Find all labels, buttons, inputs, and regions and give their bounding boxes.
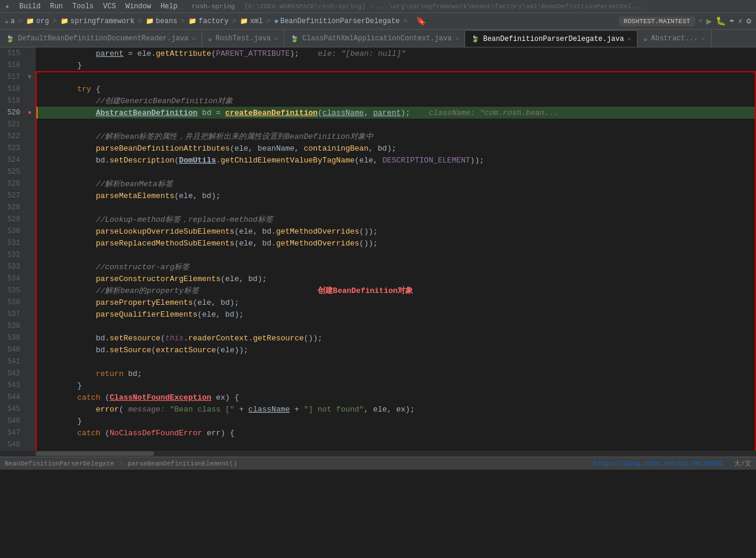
tab-classpathxml[interactable]: 🍃 ClassPathXmlApplicationContext.java ✕ — [284, 30, 465, 47]
menu-tools[interactable]: Tools — [72, 2, 94, 11]
code-line-546[interactable]: } — [36, 415, 756, 427]
menu-run[interactable]: Run — [50, 2, 63, 11]
breadcrumb-java[interactable]: ☕ a — [5, 17, 15, 25]
code-line-548[interactable] — [36, 439, 756, 451]
profiler-button[interactable]: ⚡ — [738, 16, 742, 26]
code-param-containingBean: containingBean — [304, 144, 369, 153]
code-line-541[interactable] — [36, 356, 756, 368]
code-line-543[interactable]: } — [36, 380, 756, 391]
code-line-536[interactable]: parsePropertyElements (ele, bd); — [36, 296, 756, 308]
code-line-544[interactable]: catch ( ClassNotFoundException ex) { — [36, 391, 756, 403]
gutter-row-523: 523 — [0, 142, 35, 154]
coverage-button[interactable]: ☂ — [729, 16, 734, 26]
code-line-530[interactable]: parseLookupOverrideSubElements (ele, bd.… — [36, 225, 756, 237]
breadcrumb-factory[interactable]: 📁 factory — [188, 17, 228, 25]
tab-roshtest[interactable]: ☕ RoshTest.java ✕ — [202, 30, 284, 47]
status-url[interactable]: https://blog.csdn.net/qq_34125999 — [594, 460, 723, 467]
line-num-544: 544 — [0, 393, 25, 401]
annotation-label: 创建BeanDefinition对象 — [318, 285, 413, 296]
class-icon: ◆ — [274, 17, 278, 25]
code-line-542[interactable]: return bd; — [36, 368, 756, 380]
code-line-540[interactable]: bd . setSource ( extractSource (ele)); — [36, 344, 756, 356]
line-num-541: 541 — [0, 358, 25, 366]
code-line-547[interactable]: catch ( NoClassDefFoundError err) { — [36, 427, 756, 439]
settings-button[interactable]: ⚙ — [747, 16, 751, 26]
code-line-538[interactable] — [36, 320, 756, 332]
menu-window[interactable]: Window — [126, 2, 151, 11]
code-line-515[interactable]: parent = ele. getAttribute ( PARENT_ATTR… — [36, 47, 756, 59]
gutter-row-547: 547 — [0, 427, 35, 439]
code-line-520[interactable]: AbstractBeanDefinition bd = createBeanDe… — [36, 107, 756, 119]
code-line-523[interactable]: parseBeanDefinitionAttributes (ele, bean… — [36, 142, 756, 154]
code-kw-catch2: catch — [77, 429, 100, 438]
gutter-fold-517[interactable]: ▼ — [25, 74, 34, 81]
gutter-row-538: 538 — [0, 320, 35, 332]
tab-defaultbeandefinition[interactable]: 🍃 DefaultBeanDefinitionDocumentReader.ja… — [0, 30, 202, 47]
code-line-535[interactable]: //解析bean的property标签 创建BeanDefinition对象 — [36, 285, 756, 296]
tab-close-1[interactable]: ✕ — [192, 35, 196, 42]
code-area[interactable]: parent = ele. getAttribute ( PARENT_ATTR… — [36, 47, 756, 451]
menu-help[interactable]: Help — [161, 2, 178, 11]
gutter-row-527: 527 — [0, 190, 35, 202]
gutter-row-526: 526 — [0, 178, 35, 190]
tab-icon-3: 🍃 — [290, 35, 299, 43]
code-kw-return: return — [96, 369, 124, 378]
code-line-516[interactable]: } — [36, 59, 756, 71]
code-line-529[interactable]: //Lookup-method标签，replaced-method标签 — [36, 213, 756, 225]
code-line-521[interactable] — [36, 119, 756, 130]
horizontal-scrollbar[interactable] — [0, 451, 756, 457]
code-line-545[interactable]: error ( message: "Bean class [" + classN… — [36, 403, 756, 415]
breadcrumb-springframework[interactable]: 📁 springframework — [60, 17, 134, 25]
breadcrumb-class[interactable]: ◆ BeanDefinitionParserDelegate — [274, 17, 400, 25]
run-config-dropdown[interactable]: ROSHTEST.MAINTEST — [619, 17, 695, 26]
debug-button[interactable]: 🐛 — [716, 16, 726, 26]
code-line-533[interactable]: //constructor-arg标签 — [36, 261, 756, 273]
code-indent-519 — [40, 97, 96, 106]
code-line-534[interactable]: parseConstructorArgElements (ele, bd); — [36, 273, 756, 285]
gutter-row-518: 518 — [0, 83, 35, 95]
code-line-531[interactable]: parseReplacedMethodSubElements (ele, bd.… — [36, 237, 756, 249]
code-indent-520 — [40, 109, 96, 117]
scrollbar-thumb[interactable] — [36, 451, 154, 456]
code-line-527[interactable]: parseMetaElements (ele, bd); — [36, 190, 756, 202]
status-left: BeanDefinitionParserDelegate > parseBean… — [5, 460, 587, 467]
code-line-522[interactable]: //解析bean标签的属性，并且把解析出来的属性设置到BeanDefinitio… — [36, 130, 756, 142]
menu-bar: ✦ Build Run Tools VCS Window Help rosh-s… — [0, 0, 756, 13]
tab-abstract[interactable]: ☕ Abstract... ✕ — [638, 30, 712, 47]
tab-close-4[interactable]: ✕ — [627, 36, 631, 43]
code-line-519[interactable]: //创建GenericBeanDefinition对象 — [36, 95, 756, 107]
menu-vcs[interactable]: VCS — [103, 2, 116, 11]
gutter-row-534: 534 — [0, 273, 35, 285]
code-line-528[interactable] — [36, 202, 756, 213]
code-line-525[interactable] — [36, 166, 756, 178]
line-num-530: 530 — [0, 227, 25, 235]
breadcrumb-xml[interactable]: 📁 xml — [240, 17, 263, 25]
run-config-arrow[interactable]: ▼ — [699, 17, 703, 25]
tab-close-5[interactable]: ✕ — [701, 35, 705, 42]
tab-label-4: BeanDefinitionParserDelegate.java — [483, 35, 624, 43]
breadcrumb-org[interactable]: 📁 org — [26, 17, 49, 25]
breadcrumb-bar: ☕ a > 📁 org > 📁 springframework > 📁 bean… — [0, 13, 756, 30]
tab-close-2[interactable]: ✕ — [274, 35, 278, 42]
code-line-517[interactable] — [36, 71, 756, 83]
menu-build[interactable]: Build — [19, 2, 40, 11]
code-indent-543: } — [40, 381, 82, 390]
code-indent-518 — [40, 85, 77, 94]
run-button[interactable]: ▶ — [706, 15, 712, 27]
code-line-532[interactable] — [36, 249, 756, 261]
code-line-524[interactable]: bd . setDescription ( DomUtils . getChil… — [36, 154, 756, 166]
code-indent-542 — [40, 369, 96, 378]
gutter-row-544: 544 — [0, 391, 35, 403]
code-line-518[interactable]: try { — [36, 83, 756, 95]
bookmark-icon[interactable]: 🔖 — [416, 16, 426, 26]
breadcrumb-beans[interactable]: 📁 beans — [146, 17, 177, 25]
code-line-539[interactable]: bd . setResource ( this . readerContext … — [36, 332, 756, 344]
code-method-parseConstructor: parseConstructorArgElements — [96, 275, 221, 283]
code-line-537[interactable]: parseQualifierElements (ele, bd); — [36, 308, 756, 320]
code-method-extractSource: extractSource — [156, 346, 216, 355]
tab-close-3[interactable]: ✕ — [455, 35, 459, 42]
line-num-529: 529 — [0, 215, 25, 224]
tab-beandefinitionparser[interactable]: 🍃 BeanDefinitionParserDelegate.java ✕ — [465, 30, 638, 47]
code-line-526[interactable]: //解析beanMeta标签 — [36, 178, 756, 190]
gutter-breakpoint-520[interactable]: ● — [25, 109, 34, 116]
